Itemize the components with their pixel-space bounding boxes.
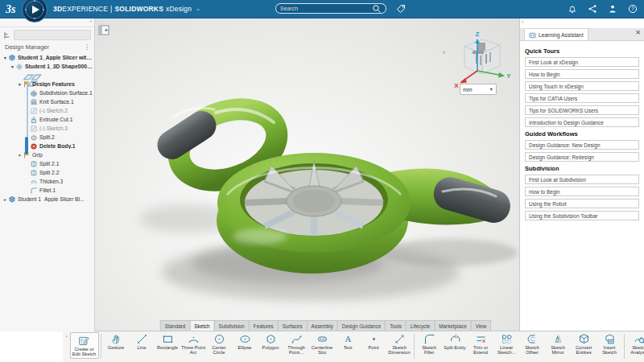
tree-item[interactable]: Fillet.1 (0, 186, 94, 195)
tab-assembly[interactable]: Assembly (307, 320, 338, 331)
tree-item[interactable]: ▸Student 1_Apple Slicer Bl... (0, 195, 94, 204)
3d-viewport[interactable]: ‹ (95, 18, 519, 331)
orientation-triad[interactable]: Z Y X (453, 29, 513, 88)
search-icon[interactable] (372, 4, 382, 14)
toolbar-divider (101, 334, 101, 359)
learning-tour-button[interactable]: Design Guidance: New Design (525, 140, 639, 150)
tool-label: LinearSketch... (497, 345, 516, 356)
tab-tools[interactable]: Tools (385, 320, 407, 331)
tool-insert-sketch[interactable]: InsertSketch (597, 332, 622, 356)
tool-centerline-slot[interactable]: CenterlineSlot (310, 332, 335, 356)
tool-label: Ellipse (237, 345, 251, 350)
tab-marketplace[interactable]: Marketplace (434, 320, 471, 331)
tool-sketch-fillet[interactable]: SketchFillet (417, 332, 442, 356)
tool-label: Polygon (262, 345, 279, 350)
learning-tour-button[interactable]: How to Begin (525, 187, 639, 196)
tab-features[interactable]: Features (249, 320, 279, 331)
tool-point[interactable]: Point (361, 332, 386, 350)
learning-tour-button[interactable]: Using Touch in xDesign (525, 81, 639, 91)
tree-item[interactable]: (-) Sketch.3 (0, 124, 94, 133)
tag-icon[interactable] (396, 4, 406, 14)
tree-item[interactable]: Split.2 (0, 133, 94, 142)
ellipse-icon (239, 333, 251, 345)
kebab-menu-icon[interactable]: ⋮ (84, 43, 90, 51)
tree-item[interactable]: ▾Design Features (0, 80, 94, 88)
linear-pattern-icon (501, 333, 513, 345)
panel-collapse-icon[interactable]: ‹ (90, 19, 92, 24)
tool-create-sketch[interactable]: Create orEdit Sketch (70, 332, 99, 359)
split-entity-icon (449, 333, 461, 345)
gear-icon (15, 63, 23, 71)
app-switcher-caret-icon[interactable]: ⌄ (196, 6, 200, 12)
tab-lifecycle[interactable]: Lifecycle (406, 320, 436, 331)
toolbar-collapse-icon[interactable]: ⌄ (64, 332, 68, 338)
tool-ellipse[interactable]: Ellipse (233, 332, 258, 350)
learning-tour-button[interactable]: Using the Robot (525, 199, 639, 208)
tree-item[interactable]: ▾Student 1_3D Shape00031718 (0, 62, 94, 71)
tool-sketch-analysis[interactable]: SketchAnalysis (627, 332, 644, 356)
notifications-bell-icon[interactable] (568, 4, 577, 14)
search-input[interactable] (280, 6, 369, 11)
learning-tour-button[interactable]: Introduction to Design Guidance (525, 117, 639, 127)
tool-center-circle[interactable]: CenterCircle (207, 332, 232, 356)
tool-sketch-offset[interactable]: SketchOffset (520, 332, 545, 356)
tree-filter-icon[interactable] (3, 31, 11, 39)
tool-gesture[interactable]: Gesture (104, 332, 129, 350)
close-icon[interactable]: ✕ (635, 29, 641, 36)
user-icon[interactable] (608, 4, 617, 14)
tool-line[interactable]: Line (130, 332, 155, 350)
learning-tour-button[interactable]: Using the Subdivision Toolbar (525, 211, 639, 220)
tree-item[interactable]: Extrude Cut.1 (0, 115, 94, 124)
learning-assistant-icon (529, 31, 536, 39)
compass-icon[interactable] (22, 0, 47, 23)
tab-learning-assistant[interactable]: Learning Assistant (524, 28, 588, 40)
tool-label: ThroughPoint... (287, 345, 305, 356)
learning-tour-button[interactable]: Tips for SOLIDWORKS Users (525, 105, 639, 115)
tree-item[interactable]: (-) Sketch.2 (0, 106, 94, 115)
extrude-cut-icon (30, 116, 38, 124)
tree-item[interactable]: Split 2.1 (0, 159, 94, 168)
tool-rectangle[interactable]: Rectangle (155, 332, 180, 350)
text-icon: A (342, 333, 354, 345)
tab-design-guidance[interactable]: Design Guidance (337, 320, 386, 331)
learning-tour-button[interactable]: First Look at xDesign (525, 57, 639, 67)
tree-item[interactable]: ▾Student 1_Apple Slicer with Grip (0, 53, 94, 62)
share-icon[interactable] (588, 4, 597, 14)
tab-view[interactable]: View (471, 320, 492, 331)
tab-subdivision[interactable]: Subdivision (214, 320, 250, 331)
tool-spline[interactable]: ThroughPoint... (284, 332, 309, 356)
learning-tour-button[interactable]: Tips for CATIA Users (525, 93, 639, 103)
help-icon[interactable]: ? (628, 4, 638, 14)
tool-sketch-mirror[interactable]: SketchMirror (546, 332, 571, 356)
tree-item[interactable]: Delete Body.1 (0, 142, 94, 150)
panel-top-strip: ‹ (0, 18, 94, 27)
triad-y-label: Y (506, 72, 511, 80)
tool-polygon[interactable]: Polygon (258, 332, 283, 350)
tab-standard[interactable]: Standard (160, 320, 191, 331)
tree-filter-input[interactable] (14, 30, 91, 40)
tree-item[interactable]: ▾Grip (0, 150, 94, 159)
tree-item[interactable]: Knit Surface.1 (0, 97, 94, 106)
tool-three-point-arc[interactable]: Three PointArc (181, 332, 206, 356)
tree-item[interactable]: Subdivision Surface.1 (0, 88, 94, 97)
learning-tour-button[interactable]: First Look at Subdivision (525, 175, 639, 184)
tool-trim-extend[interactable]: Trim orExtend (469, 332, 493, 356)
tab-surfaces[interactable]: Surfaces (278, 320, 308, 331)
tree-item[interactable]: Split 2.2 (0, 168, 94, 177)
tab-sketch[interactable]: Sketch (189, 320, 214, 331)
units-dropdown[interactable]: mm ▼ (460, 84, 497, 95)
tool-label: Split Entity (444, 345, 465, 350)
tool-convert-entities[interactable]: ConvertEntities (572, 332, 597, 356)
tool-dimension[interactable]: SketchDimension (387, 332, 412, 356)
tool-linear-pattern[interactable]: LinearSketch... (494, 332, 519, 356)
tool-split-entity[interactable]: Split Entity (443, 332, 468, 350)
app-title: 3DEXPERIENCE | SOLIDWORKS xDesign ⌄ (53, 0, 200, 18)
panel-resize-handle-icon[interactable]: › (522, 19, 523, 25)
tree-item[interactable] (0, 71, 94, 80)
tool-text[interactable]: AText (336, 332, 361, 350)
learning-tour-button[interactable]: Design Guidance: Redesign (525, 152, 639, 162)
learning-tour-button[interactable]: How to Begin (525, 69, 639, 79)
toolbar-buttons: Create orEdit SketchGestureLineRectangle… (69, 332, 644, 359)
global-search[interactable] (275, 3, 386, 14)
tree-item[interactable]: Thicken.3 (0, 177, 94, 186)
